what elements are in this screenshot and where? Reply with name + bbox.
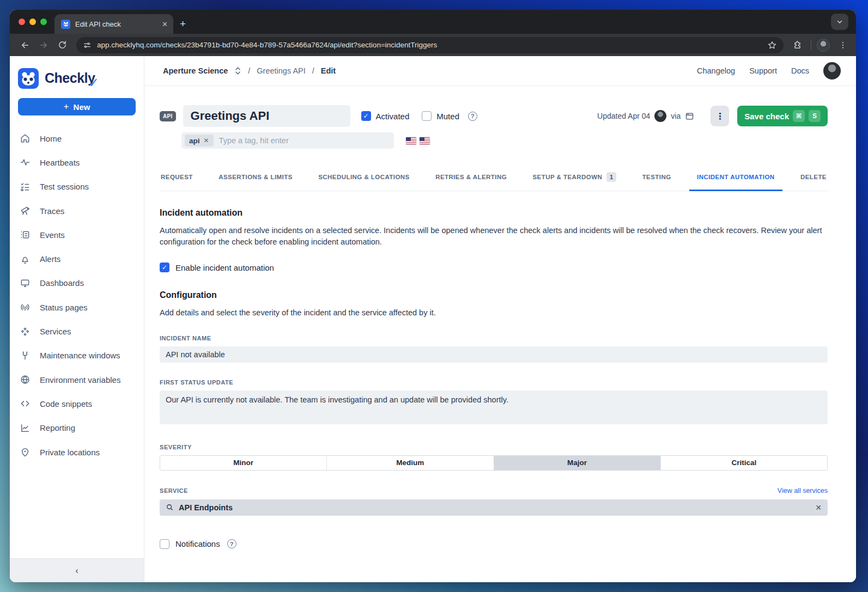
notifications-row[interactable]: Notifications ? [160,539,828,549]
event-list-icon [20,229,31,240]
tab-retries-alerting[interactable]: RETRIES & ALERTING [434,164,508,191]
checkly-wordmark: Checkly✓ [45,70,95,86]
save-check-button[interactable]: Save check ⌘ S [737,106,828,126]
forward-icon[interactable] [36,38,51,53]
checkly-logo[interactable]: Checkly✓ [10,56,144,89]
incident-name-input[interactable] [160,346,828,363]
sidebar-item-environment-variables[interactable]: Environment variables [10,368,144,392]
sidebar-item-heartbeats[interactable]: Heartbeats [10,150,144,174]
updated-by-avatar [654,110,666,122]
globe-icon [20,374,31,385]
close-window-button[interactable] [19,19,25,25]
severity-option-medium[interactable]: Medium [326,456,493,470]
sidebar-item-dashboards[interactable]: Dashboards [10,271,144,295]
sidebar-item-traces[interactable]: Traces [10,199,144,223]
sidebar-item-private-locations[interactable]: Private locations [10,440,144,464]
notifications-help-icon[interactable]: ? [227,539,236,548]
tab-delete[interactable]: DELETE [799,164,828,191]
browser-menu-icon[interactable] [835,38,851,53]
user-avatar[interactable] [823,62,841,80]
view-all-services-link[interactable]: View all services [778,487,828,495]
severity-label: SEVERITY [160,444,828,450]
site-settings-icon[interactable] [83,41,92,50]
us-flag-icon [406,137,416,144]
browser-window: Edit API check ✕ + app.checklyhq.com/che… [10,10,856,582]
new-tab-button[interactable]: + [180,18,186,30]
section-description: Automatically open and resolve incidents… [160,225,828,247]
service-select-field[interactable]: API Endpoints ✕ [160,499,828,516]
tab-scheduling-locations[interactable]: SCHEDULING & LOCATIONS [317,164,411,191]
back-icon[interactable] [17,38,33,53]
broadcast-icon [20,302,31,313]
check-name-input[interactable] [183,105,350,127]
activated-checkbox[interactable]: ✓ [361,111,371,121]
tag-input[interactable]: api ✕ Type a tag, hit enter [181,132,394,149]
service-label: SERVICE [160,487,188,494]
breadcrumb-separator: / [248,66,250,75]
cmd-key-badge: ⌘ [793,110,805,122]
heartbeat-icon [20,157,31,168]
activated-checkbox-row[interactable]: ✓ Activated [361,111,410,121]
support-link[interactable]: Support [749,66,777,75]
breadcrumb-org[interactable]: Aperture Science [163,66,228,75]
remove-tag-icon[interactable]: ✕ [204,137,209,144]
us-flag-icon [420,137,430,144]
enable-incident-automation-checkbox[interactable]: ✓ [160,263,169,272]
sidebar-item-status-pages[interactable]: Status pages [10,295,144,319]
sidebar-item-home[interactable]: Home [10,126,144,150]
sidebar-item-test-sessions[interactable]: Test sessions [10,175,144,199]
notifications-checkbox[interactable] [160,539,169,549]
browser-profile-avatar[interactable] [817,39,830,52]
clear-service-icon[interactable]: ✕ [815,503,822,512]
tab-request[interactable]: REQUEST [160,164,194,191]
severity-option-minor[interactable]: Minor [160,456,326,470]
check-editor-tabs: REQUEST ASSERTIONS & LIMITS SCHEDULING &… [160,164,828,191]
bookmark-star-icon[interactable] [767,40,777,50]
severity-option-major[interactable]: Major [494,456,660,470]
tab-incident-automation[interactable]: INCIDENT AUTOMATION [696,164,776,191]
toolbar-divider [811,40,811,50]
url-bar[interactable]: app.checklyhq.com/checks/23b4791b-bd70-4… [76,37,784,53]
browser-tab[interactable]: Edit API check ✕ [54,14,173,34]
muted-checkbox-row[interactable]: Muted [422,111,459,121]
telescope-icon [20,205,31,216]
chart-icon [20,423,31,434]
tab-close-icon[interactable]: ✕ [162,20,168,28]
sidebar-item-alerts[interactable]: Alerts [10,247,144,271]
browser-tab-strip: Edit API check ✕ + [10,10,856,34]
minimize-window-button[interactable] [29,19,36,25]
first-status-update-textarea[interactable]: Our API is currently not available. The … [160,390,828,424]
reload-icon[interactable] [54,38,70,53]
tab-setup-teardown[interactable]: SETUP & TEARDOWN 1 [532,164,618,191]
incident-name-label: INCIDENT NAME [160,335,828,341]
muted-checkbox[interactable] [422,111,432,121]
breadcrumb-check[interactable]: Greetings API [257,66,305,75]
new-button[interactable]: + New [18,98,136,115]
tab-assertions-limits[interactable]: ASSERTIONS & LIMITS [217,164,294,191]
docs-link[interactable]: Docs [791,66,809,75]
check-type-badge: API [160,111,176,121]
sidebar-item-services[interactable]: Services [10,319,144,343]
home-icon [20,133,31,144]
severity-selector: Minor Medium Major Critical [160,455,828,471]
enable-incident-automation-row[interactable]: ✓ Enable incident automation [160,263,828,272]
updated-text: Updated Apr 04 [597,112,650,120]
tag-chip[interactable]: api ✕ [185,135,214,147]
changelog-link[interactable]: Changelog [697,66,735,75]
tab-testing[interactable]: TESTING [641,164,672,191]
tab-search-chevron-icon[interactable] [831,14,848,30]
extensions-icon[interactable] [790,38,805,53]
sidebar-item-code-snippets[interactable]: Code snippets [10,392,144,416]
sidebar-item-events[interactable]: Events [10,223,144,247]
sidebar-item-maintenance-windows[interactable]: Maintenance windows [10,344,144,368]
tag-placeholder: Type a tag, hit enter [219,136,289,145]
severity-option-critical[interactable]: Critical [660,456,827,470]
breadcrumb-separator: / [312,66,314,75]
checkly-raccoon-icon [18,68,39,89]
sidebar-collapse-button[interactable]: ‹ [10,558,144,582]
maximize-window-button[interactable] [40,19,47,25]
sidebar-item-reporting[interactable]: Reporting [10,416,144,440]
org-switcher-icon[interactable] [234,66,241,75]
more-actions-button[interactable]: ⋮ [711,106,729,126]
activation-help-icon[interactable]: ? [468,112,477,121]
